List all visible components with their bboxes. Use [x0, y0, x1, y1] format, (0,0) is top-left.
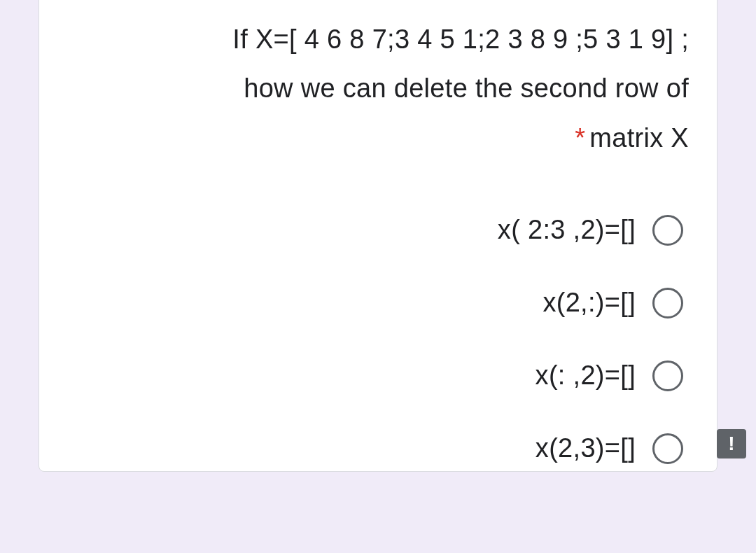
options-container: x( 2:3 ,2)=[] x(2,:)=[] x(: ,2)=[] x(2,3…: [67, 215, 689, 464]
option-label-3: x(: ,2)=[]: [536, 360, 636, 391]
question-line-1: If X=[ 4 6 8 7;3 4 5 1;2 3 8 9 ;5 3 1 9]…: [232, 24, 689, 54]
option-row-4[interactable]: x(2,3)=[]: [67, 433, 683, 464]
error-badge[interactable]: !: [717, 429, 746, 458]
option-label-4: x(2,3)=[]: [536, 433, 636, 463]
option-row-2[interactable]: x(2,:)=[]: [67, 288, 683, 318]
radio-icon[interactable]: [652, 215, 683, 246]
radio-icon[interactable]: [652, 433, 683, 464]
required-asterisk: *: [575, 123, 585, 153]
option-label-2: x(2,:)=[]: [542, 288, 636, 318]
question-card: If X=[ 4 6 8 7;3 4 5 1;2 3 8 9 ;5 3 1 9]…: [38, 0, 718, 472]
question-line-3: matrix X: [589, 123, 689, 153]
option-row-3[interactable]: x(: ,2)=[]: [67, 360, 683, 391]
exclamation-icon: !: [728, 433, 734, 455]
option-row-1[interactable]: x( 2:3 ,2)=[]: [67, 215, 683, 246]
radio-icon[interactable]: [652, 360, 683, 391]
question-text: If X=[ 4 6 8 7;3 4 5 1;2 3 8 9 ;5 3 1 9]…: [101, 15, 689, 162]
radio-icon[interactable]: [652, 288, 683, 318]
question-line-2: how we can delete the second row of: [244, 74, 689, 103]
option-label-1: x( 2:3 ,2)=[]: [498, 215, 636, 245]
